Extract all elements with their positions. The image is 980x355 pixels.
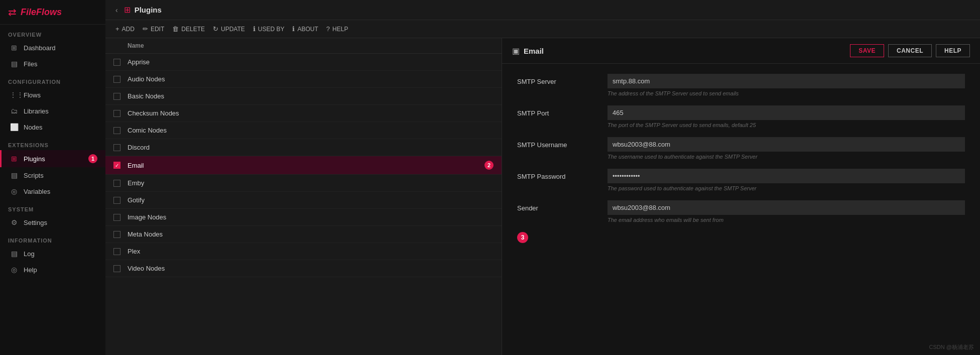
smtp-server-label: SMTP Server [517,74,607,85]
smtp-port-input[interactable] [607,105,965,120]
add-icon: + [115,25,119,33]
sidebar-item-label: Log [24,250,35,258]
right-panel: ▣ Email SAVE CANCEL HELP SMTP Server The… [502,38,980,355]
list-item[interactable]: Apprise [105,54,502,71]
dashboard-icon: ⊞ [10,44,19,52]
checkbox-basic-nodes[interactable] [113,93,120,100]
section-configuration: CONFIGURATION [0,72,105,87]
section-overview: OVERVIEW [0,25,105,40]
plugin-name: Emby [128,179,494,187]
checkbox-image-nodes[interactable] [113,214,120,221]
help-toolbar-button[interactable]: ? HELP [326,24,348,34]
smtp-password-input[interactable] [607,169,965,183]
checkbox-discord[interactable] [113,144,120,151]
sidebar-item-label: Plugins [24,155,45,163]
checkbox-meta-nodes[interactable] [113,231,120,238]
plugin-name: Discord [128,144,494,151]
list-item[interactable]: Emby [105,175,502,192]
plugin-name: Comic Nodes [128,127,494,134]
sidebar-item-dashboard[interactable]: ⊞ Dashboard [0,40,105,56]
help-panel-button[interactable]: HELP [936,44,970,57]
save-button[interactable]: SAVE [850,44,884,57]
sidebar-item-variables[interactable]: ◎ Variables [0,183,105,199]
sidebar-item-files[interactable]: ▤ Files [0,56,105,72]
sidebar-item-label: Scripts [24,172,44,179]
checkbox-plex[interactable] [113,248,120,255]
list-item[interactable]: Video Nodes [105,260,502,277]
sender-input[interactable] [607,200,965,215]
checkbox-video-nodes[interactable] [113,265,120,272]
list-item[interactable]: Checksum Nodes [105,105,502,122]
checkbox-emby[interactable] [113,180,120,187]
sidebar-item-help[interactable]: ◎ Help [0,262,105,278]
update-button[interactable]: ↻ UPDATE [213,24,245,34]
smtp-username-input[interactable] [607,137,965,152]
list-item[interactable]: Discord [105,139,502,156]
plugin-name: Checksum Nodes [128,109,494,117]
plugins-icon: ⊞ [10,155,19,163]
plugin-name: Audio Nodes [128,75,494,83]
about-icon: ℹ [292,25,295,33]
used-by-button[interactable]: ℹ USED BY [253,24,285,34]
sidebar-item-nodes[interactable]: ⬜ Nodes [0,119,105,135]
logo-icon: ⇄ [8,6,17,18]
update-label: UPDATE [221,26,245,33]
smtp-username-hint: The username used to authenticate agains… [607,154,965,160]
scripts-icon: ▤ [10,171,19,179]
delete-button[interactable]: 🗑 DELETE [172,24,205,34]
checkbox-checksum-nodes[interactable] [113,110,120,117]
list-item[interactable]: Basic Nodes [105,88,502,105]
sidebar-item-flows[interactable]: ⋮⋮ Flows [0,87,105,103]
log-icon: ▤ [10,250,19,258]
list-item[interactable]: Gotify [105,192,502,209]
panel-actions: SAVE CANCEL HELP [850,44,970,57]
sidebar-item-label: Help [24,266,37,274]
logo-area: ⇄ FileFlows [0,0,105,25]
sidebar-item-log[interactable]: ▤ Log [0,246,105,262]
list-item[interactable]: Plex [105,243,502,260]
about-button[interactable]: ℹ ABOUT [292,24,318,34]
cancel-button[interactable]: CANCEL [888,44,932,57]
checkbox-audio-nodes[interactable] [113,76,120,83]
sidebar-item-label: Variables [24,188,50,195]
sidebar-item-settings[interactable]: ⚙ Settings [0,214,105,230]
add-button[interactable]: + ADD [115,24,135,34]
page-icon: ⊞ [124,5,131,15]
topbar: ‹ ⊞ Plugins [105,0,980,20]
step-badge-3: 3 [517,232,528,243]
list-item[interactable]: Comic Nodes [105,122,502,139]
watermark: CSDN @杨浦老苏 [929,343,974,351]
panel-body: SMTP Server The address of the SMTP Serv… [502,64,980,253]
checkbox-gotify[interactable] [113,197,120,204]
sidebar-item-label: Nodes [24,124,43,131]
section-extensions: EXTENSIONS [0,135,105,150]
section-system: SYSTEM [0,199,105,214]
list-item[interactable]: Image Nodes [105,209,502,226]
sender-hint: The email address who emails will be sen… [607,217,965,223]
smtp-username-row: SMTP Username The username used to authe… [517,137,965,160]
section-information: INFORMATION [0,230,105,246]
list-item[interactable]: Meta Nodes [105,226,502,243]
sidebar: ⇄ FileFlows OVERVIEW ⊞ Dashboard ▤ Files… [0,0,105,355]
checkbox-comic-nodes[interactable] [113,127,120,134]
smtp-password-row: SMTP Password The password used to authe… [517,169,965,191]
sender-row: Sender The email address who emails will… [517,200,965,223]
smtp-port-field: The port of the SMTP Server used to send… [607,105,965,128]
plugin-name: Apprise [128,58,494,66]
smtp-server-input[interactable] [607,74,965,88]
list-item[interactable]: ✓ Email 2 [105,156,502,175]
files-icon: ▤ [10,60,19,68]
settings-icon: ⚙ [10,218,19,226]
help-toolbar-label: HELP [332,26,348,33]
list-item[interactable]: Audio Nodes [105,71,502,88]
edit-button[interactable]: ✏ EDIT [143,24,164,34]
sidebar-item-libraries[interactable]: 🗂 Libraries [0,103,105,119]
checkbox-email[interactable]: ✓ [113,162,120,169]
smtp-port-hint: The port of the SMTP Server used to send… [607,122,965,128]
sidebar-item-plugins[interactable]: ⊞ Plugins 1 [0,150,105,167]
back-button[interactable]: ‹ [115,6,118,14]
sidebar-item-scripts[interactable]: ▤ Scripts [0,167,105,183]
main-content: ‹ ⊞ Plugins + ADD ✏ EDIT 🗑 DELETE ↻ UPDA… [105,0,980,355]
email-badge: 2 [484,161,494,170]
checkbox-apprise[interactable] [113,59,120,66]
